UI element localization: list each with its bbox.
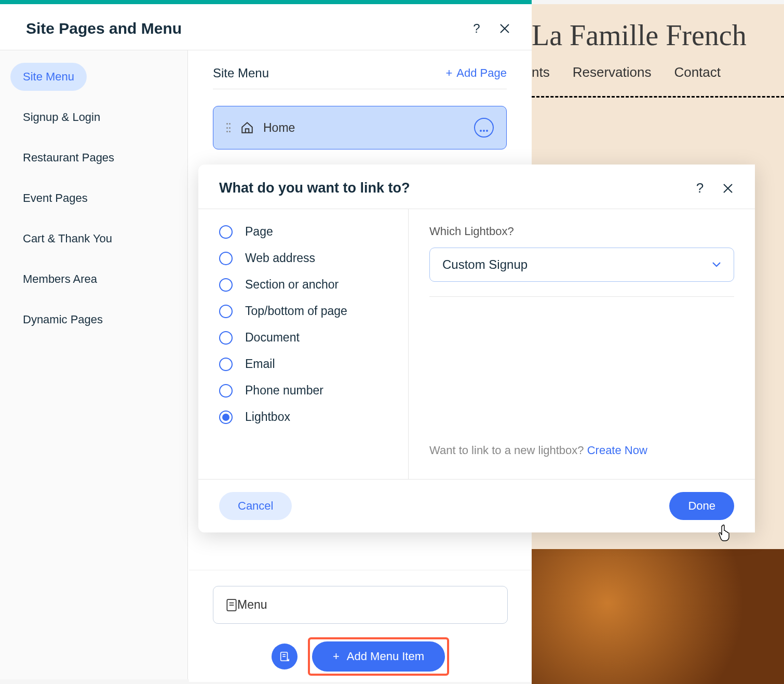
add-menu-item-label: Add Menu Item: [347, 650, 424, 663]
radio-label: Document: [245, 331, 300, 345]
add-page-button[interactable]: + Add Page: [446, 66, 507, 80]
radio-icon: [219, 331, 233, 345]
tutorial-highlight: + Add Menu Item: [308, 637, 449, 676]
site-preview-nav: nts Reservations Contact: [532, 64, 784, 80]
bottom-actions-bar: Menu + Add Menu Item: [189, 570, 532, 682]
site-nav-item[interactable]: nts: [532, 64, 550, 80]
page-row-menu[interactable]: Menu: [213, 586, 508, 624]
sidebar-item-site-menu[interactable]: Site Menu: [10, 63, 87, 91]
radio-icon: [219, 305, 233, 318]
help-icon[interactable]: ?: [694, 182, 706, 195]
sidebar-item-cart-thankyou[interactable]: Cart & Thank You: [10, 225, 177, 253]
panel-header: Site Pages and Menu ?: [0, 4, 532, 50]
sidebar-item-dynamic-pages[interactable]: Dynamic Pages: [10, 306, 177, 334]
radio-option-email[interactable]: Email: [219, 357, 387, 371]
lightbox-field-label: Which Lightbox?: [429, 225, 734, 238]
modal-title: What do you want to link to?: [219, 180, 678, 196]
page-icon: [226, 598, 237, 612]
radio-icon: [219, 225, 233, 239]
sidebar-item-event-pages[interactable]: Event Pages: [10, 184, 177, 212]
more-dots-icon: [479, 121, 489, 135]
lightbox-select[interactable]: Custom Signup: [429, 248, 734, 282]
create-lightbox-row: Want to link to a new lightbox? Create N…: [429, 433, 734, 463]
link-config-panel: Which Lightbox? Custom Signup Want to li…: [409, 209, 755, 479]
site-nav-item[interactable]: Contact: [674, 64, 721, 80]
add-menu-item-button[interactable]: + Add Menu Item: [312, 641, 445, 672]
create-prompt-text: Want to link to a new lightbox?: [429, 444, 587, 457]
create-now-link[interactable]: Create Now: [587, 444, 647, 457]
sidebar: Site Menu Signup & Login Restaurant Page…: [0, 50, 188, 679]
home-icon: [240, 121, 254, 134]
radio-label: Web address: [245, 251, 315, 265]
radio-option-page[interactable]: Page: [219, 225, 387, 239]
radio-label: Phone number: [245, 384, 323, 398]
sidebar-item-restaurant-pages[interactable]: Restaurant Pages: [10, 144, 177, 172]
sidebar-item-signup-login[interactable]: Signup & Login: [10, 103, 177, 131]
top-accent-bar: [0, 0, 532, 4]
radio-option-top-bottom[interactable]: Top/bottom of page: [219, 304, 387, 318]
manage-menu-icon: [279, 651, 290, 662]
add-page-label: Add Page: [456, 66, 507, 80]
radio-option-web-address[interactable]: Web address: [219, 251, 387, 265]
done-button[interactable]: Done: [669, 492, 734, 520]
drag-handle-icon[interactable]: [226, 122, 233, 133]
link-type-list: Page Web address Section or anchor Top/b…: [198, 209, 409, 479]
modal-footer: Cancel Done: [198, 479, 755, 532]
page-row-home[interactable]: Home: [213, 106, 507, 149]
menu-page-label: Menu: [237, 598, 267, 612]
site-preview-title: La Famille French: [532, 4, 784, 64]
radio-label: Email: [245, 357, 275, 371]
sidebar-item-members-area[interactable]: Members Area: [10, 265, 177, 293]
more-actions-button[interactable]: [474, 118, 494, 138]
radio-option-lightbox[interactable]: Lightbox: [219, 410, 387, 424]
radio-icon: [219, 278, 233, 292]
link-to-modal: What do you want to link to? ? Page Web …: [198, 165, 755, 532]
modal-header: What do you want to link to? ?: [198, 165, 755, 209]
chevron-down-icon: [712, 262, 721, 268]
page-label: Home: [263, 121, 295, 135]
radio-label: Lightbox: [245, 410, 290, 424]
lightbox-selected-value: Custom Signup: [442, 257, 528, 272]
radio-icon: [219, 384, 233, 398]
close-icon[interactable]: [498, 22, 511, 35]
close-icon[interactable]: [722, 182, 734, 195]
content-section-title: Site Menu: [213, 66, 269, 80]
panel-title: Site Pages and Menu: [26, 20, 455, 37]
radio-icon: [219, 411, 233, 424]
divider: [429, 296, 734, 297]
site-dashed-divider: [532, 96, 784, 98]
radio-option-section-anchor[interactable]: Section or anchor: [219, 278, 387, 292]
plus-icon: +: [446, 66, 453, 80]
radio-icon: [219, 358, 233, 371]
site-nav-item[interactable]: Reservations: [573, 64, 652, 80]
radio-option-phone[interactable]: Phone number: [219, 384, 387, 398]
content-header: Site Menu + Add Page: [213, 66, 507, 89]
help-icon[interactable]: ?: [470, 22, 483, 35]
manage-menu-button[interactable]: [272, 644, 298, 669]
plus-icon: +: [333, 650, 340, 663]
site-food-image: [532, 549, 784, 684]
radio-label: Page: [245, 225, 273, 239]
radio-label: Top/bottom of page: [245, 304, 347, 318]
radio-icon: [219, 252, 233, 265]
cancel-button[interactable]: Cancel: [219, 492, 292, 520]
radio-label: Section or anchor: [245, 278, 339, 292]
radio-option-document[interactable]: Document: [219, 331, 387, 345]
